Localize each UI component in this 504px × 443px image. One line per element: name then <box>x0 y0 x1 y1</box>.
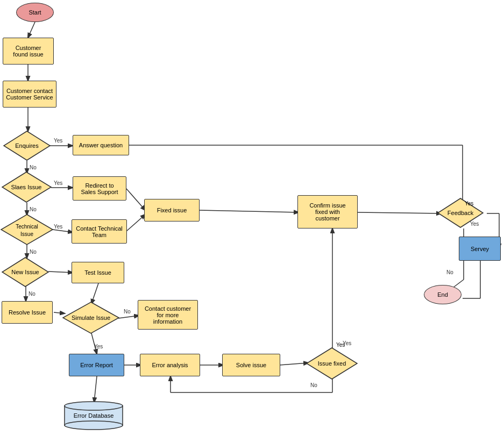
enquires-node: Enquires <box>3 130 51 161</box>
yes-label-feedback: Yes <box>465 201 473 206</box>
svg-text:Enquires: Enquires <box>15 142 39 149</box>
slaes-issue-node: Slaes Issue <box>1 171 52 203</box>
error-analysis-label: Error analysis <box>152 362 188 368</box>
solve-issue-label: Solve issue <box>236 362 266 368</box>
svg-text:Simulate Issue: Simulate Issue <box>72 315 110 321</box>
svg-line-0 <box>28 22 35 38</box>
error-report-node: Error Report <box>69 354 124 376</box>
new-issue-node: New Issue <box>1 256 49 288</box>
contact-technical-node: Contact TechnicalTeam <box>72 219 127 244</box>
simulate-issue-node: Simulate Issue <box>62 301 120 334</box>
svg-text:Error Database: Error Database <box>74 412 114 419</box>
svg-text:Technical: Technical <box>16 224 38 230</box>
test-issue-label: Test Issue <box>84 269 111 276</box>
confirm-issue-node: Confirm issuefixed withcustomer <box>297 195 358 228</box>
svg-text:Slaes Issue: Slaes Issue <box>11 184 42 190</box>
answer-question-label: Answer question <box>79 142 123 148</box>
customer-contact-node: Customer contactCustomer Service <box>3 81 56 108</box>
feedback-node: Feedback <box>437 197 484 228</box>
customer-found-label: Customerfound issue <box>13 45 43 58</box>
contact-more-info-node: Contact customerfor moreinformation <box>138 300 198 330</box>
start-label: Start <box>29 9 41 16</box>
contact-technical-label: Contact TechnicalTeam <box>76 225 123 238</box>
servey-label: Servey <box>471 246 489 252</box>
resolve-issue-node: Resolve Issue <box>2 301 53 324</box>
svg-text:Feedback: Feedback <box>448 210 474 216</box>
customer-contact-label: Customer contactCustomer Service <box>6 88 53 101</box>
svg-point-67 <box>65 421 123 430</box>
resolve-issue-label: Resolve Issue <box>9 309 46 316</box>
yes-label-issue-fixed: Yes <box>336 342 345 348</box>
answer-question-node: Answer question <box>73 135 129 155</box>
issue-fixed-node: Issue fixed <box>306 347 358 380</box>
error-analysis-node: Error analysis <box>140 354 200 376</box>
fixed-issue-label: Fixed issue <box>157 207 187 213</box>
technical-issue-node: Technical Issue <box>0 213 54 246</box>
svg-text:New Issue: New Issue <box>11 269 39 275</box>
redirect-sales-node: Redirect toSales Support <box>73 176 126 201</box>
svg-marker-54 <box>1 215 53 245</box>
test-issue-node: Test Issue <box>72 262 124 283</box>
confirm-issue-label: Confirm issuefixed withcustomer <box>309 202 345 222</box>
start-node: Start <box>16 3 54 22</box>
contact-more-info-label: Contact customerfor moreinformation <box>145 305 191 325</box>
svg-text:Issue fixed: Issue fixed <box>318 360 346 367</box>
svg-text:Issue: Issue <box>20 231 33 237</box>
error-database-node: Error Database <box>63 401 124 428</box>
error-report-label: Error Report <box>80 362 113 368</box>
solve-issue-node: Solve issue <box>222 354 280 376</box>
customer-found-node: Customerfound issue <box>3 38 54 65</box>
redirect-sales-label: Redirect toSales Support <box>81 182 118 195</box>
svg-point-66 <box>65 402 123 410</box>
